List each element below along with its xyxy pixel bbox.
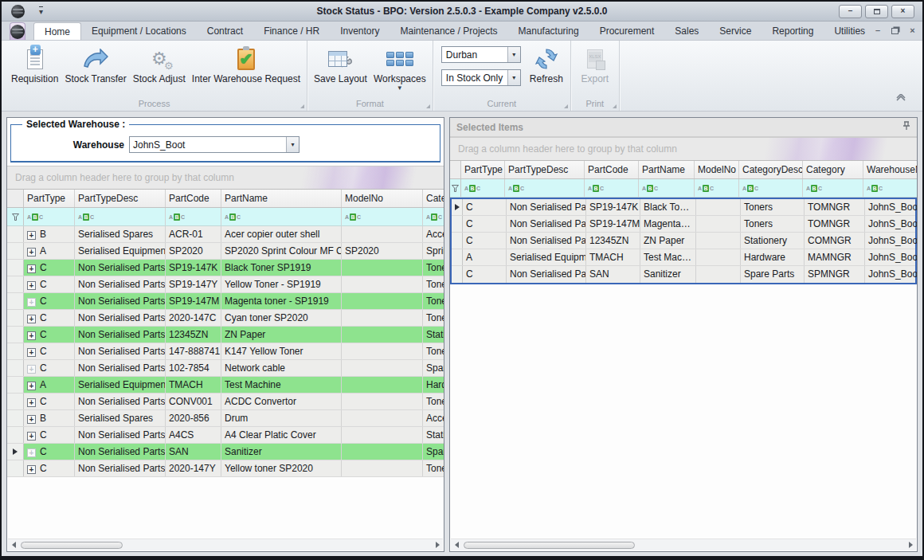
scroll-left-icon[interactable]	[451, 542, 462, 548]
table-row[interactable]: +B Serialised Spares ACR-01 Acer copier …	[7, 226, 444, 243]
stock-adjust-button[interactable]: ⚙⚙ Stock Adjust	[130, 43, 189, 84]
tab-home[interactable]: Home	[33, 22, 81, 40]
column-header[interactable]: CategoryDesc	[423, 190, 444, 207]
close-button[interactable]: ×	[891, 5, 914, 18]
filter-funnel-icon[interactable]	[450, 179, 461, 197]
table-row[interactable]: +C Non Serialised Parts 102-7854 Network…	[7, 360, 444, 377]
stock-filter-combo[interactable]: In Stock Only ▾	[441, 69, 521, 86]
filter-cell[interactable]: ABC	[342, 208, 423, 225]
table-row[interactable]: C Non Serialised Parts 12345ZN ZN Paper …	[452, 233, 915, 249]
table-row[interactable]: +C Non Serialised Parts 147-888741 K147 …	[7, 343, 444, 360]
table-row[interactable]: +C Non Serialised Parts SAN Sanitizer Sp…	[7, 444, 444, 460]
filter-cell[interactable]: ABC	[505, 179, 585, 197]
filter-cell[interactable]: ABC	[639, 179, 695, 197]
scroll-right-icon[interactable]	[905, 542, 916, 548]
expand-icon[interactable]: +	[27, 465, 36, 474]
expand-icon[interactable]: +	[27, 331, 36, 340]
tab-service[interactable]: Service	[709, 22, 762, 40]
expand-icon[interactable]: +	[27, 398, 36, 407]
save-layout-button[interactable]: Save Layout	[311, 43, 370, 84]
refresh-button[interactable]: Refresh	[526, 43, 567, 84]
column-header[interactable]: Category	[803, 161, 863, 178]
filter-cell[interactable]: ABC	[24, 208, 75, 225]
column-header[interactable]: CategoryDesc	[739, 161, 803, 178]
tab-utilities[interactable]: Utilities	[824, 22, 875, 40]
column-header[interactable]: WarehouseName	[863, 161, 917, 178]
column-header[interactable]: PartName	[221, 190, 342, 207]
filter-funnel-icon[interactable]	[7, 208, 24, 225]
minimize-button[interactable]: –	[839, 5, 862, 18]
tab-finance-hr[interactable]: Finance / HR	[253, 22, 330, 40]
table-row[interactable]: +A Serialised Equipment TMACH Test Machi…	[7, 377, 444, 394]
filter-cell[interactable]: ABC	[585, 179, 639, 197]
column-header[interactable]: PartCode	[166, 190, 221, 207]
expand-icon[interactable]: +	[27, 248, 36, 257]
print-dialog-launcher-icon[interactable]	[613, 104, 617, 108]
column-header[interactable]: PartName	[639, 161, 695, 178]
filter-cell[interactable]: ABC	[166, 208, 221, 225]
table-row[interactable]: +C Non Serialised Parts 12345ZN ZN Paper…	[7, 327, 444, 343]
table-row[interactable]: +B Serialised Spares 2020-856 Drum Acces…	[7, 410, 444, 427]
warehouse-combo[interactable]: JohnS_Boot ▾	[129, 136, 300, 153]
scroll-left-icon[interactable]	[8, 542, 19, 548]
table-row[interactable]: C Non Serialised Parts SP19-147M Magenta…	[452, 216, 915, 233]
expand-icon[interactable]: +	[27, 432, 36, 441]
table-row[interactable]: +C Non Serialised Parts SP19-147K Black …	[7, 260, 444, 276]
column-header[interactable]: PartType	[461, 161, 505, 178]
scrollbar-thumb[interactable]	[21, 542, 123, 549]
column-header[interactable]: ModelNo	[695, 161, 739, 178]
filter-cell[interactable]: ABC	[75, 208, 166, 225]
chevron-down-icon[interactable]: ▾	[507, 70, 520, 85]
tab-contract[interactable]: Contract	[197, 22, 253, 40]
table-row[interactable]: +C Non Serialised Parts CONV001 ACDC Con…	[7, 394, 444, 410]
workspaces-button[interactable]: Workspaces ▾	[370, 43, 429, 89]
site-combo[interactable]: Durban ▾	[441, 46, 521, 63]
tab-reporting[interactable]: Reporting	[762, 22, 824, 40]
expand-icon[interactable]: +	[27, 264, 36, 273]
table-row[interactable]: +A Serialised Equipment SP2020 SP2020 Sp…	[7, 243, 444, 260]
expand-icon[interactable]: +	[27, 231, 36, 240]
tab-manufacturing[interactable]: Manufacturing	[508, 22, 589, 40]
mdi-restore-button[interactable]	[891, 28, 899, 34]
filter-cell[interactable]: ABC	[423, 208, 444, 225]
table-row[interactable]: +C Non Serialised Parts 2020-147Y Yellow…	[7, 460, 444, 477]
filter-cell[interactable]: ABC	[461, 179, 505, 197]
tab-sales[interactable]: Sales	[664, 22, 709, 40]
filter-cell[interactable]: ABC	[221, 208, 342, 225]
tab-equipment-locations[interactable]: Equipment / Locations	[81, 22, 197, 40]
table-row[interactable]: +C Non Serialised Parts SP19-147M Magent…	[7, 293, 444, 310]
table-row[interactable]: +C Non Serialised Parts SP19-147Y Yellow…	[7, 276, 444, 293]
requisition-button[interactable]: + Requisition	[8, 43, 61, 84]
mdi-close-button[interactable]: ×	[910, 26, 914, 35]
filter-cell[interactable]: ABC	[695, 179, 739, 197]
pin-icon[interactable]	[902, 121, 910, 133]
table-row[interactable]: C Non Serialised Parts SP19-147K Black T…	[452, 199, 915, 216]
expand-icon[interactable]: +	[27, 315, 36, 323]
process-dialog-launcher-icon[interactable]	[300, 104, 304, 108]
tab-inventory[interactable]: Inventory	[330, 22, 390, 40]
filter-cell[interactable]: ABC	[739, 179, 803, 197]
stock-transfer-button[interactable]: Stock Transfer	[61, 43, 129, 84]
mdi-minimize-button[interactable]: –	[875, 26, 880, 35]
chevron-down-icon[interactable]: ▾	[286, 137, 299, 152]
tab-maintenance-projects[interactable]: Maintenance / Projects	[390, 22, 508, 40]
expand-icon[interactable]: +	[27, 298, 36, 307]
column-header[interactable]: PartTypeDesc	[75, 190, 166, 207]
horizontal-scrollbar[interactable]	[8, 538, 443, 550]
column-header[interactable]: PartType	[24, 190, 75, 207]
filter-cell[interactable]: ABC	[803, 179, 863, 197]
maximize-button[interactable]	[865, 5, 888, 18]
expand-icon[interactable]: +	[27, 448, 36, 457]
expand-icon[interactable]: +	[27, 382, 36, 390]
ribbon-collapse-chevron-icon[interactable]	[895, 90, 906, 104]
column-header[interactable]: PartTypeDesc	[505, 161, 585, 178]
expand-icon[interactable]: +	[27, 348, 36, 357]
format-dialog-launcher-icon[interactable]	[426, 104, 430, 108]
inter-warehouse-request-button[interactable]: ✔ Inter Warehouse Request	[189, 43, 303, 84]
column-header[interactable]: PartCode	[585, 161, 639, 178]
group-by-panel[interactable]: Drag a column header here to group by th…	[7, 166, 444, 190]
scroll-right-icon[interactable]	[432, 542, 443, 548]
table-row[interactable]: +C Non Serialised Parts A4CS A4 Clear Pl…	[7, 427, 444, 444]
expand-icon[interactable]: +	[27, 365, 36, 374]
export-button[interactable]: Export	[574, 43, 616, 84]
